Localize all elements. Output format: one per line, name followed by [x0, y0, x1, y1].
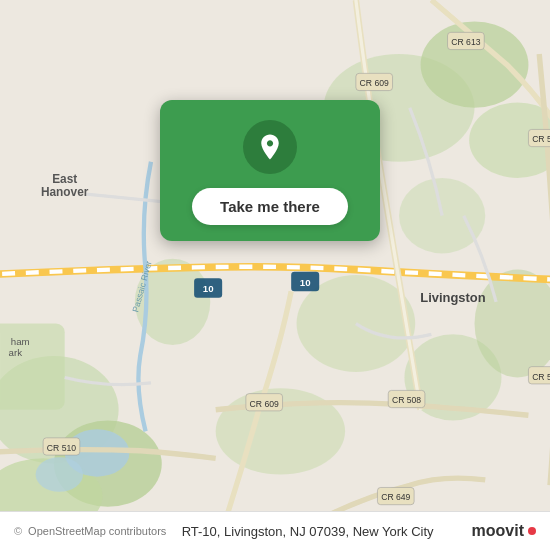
bottom-bar: © OpenStreetMap contributors RT-10, Livi… [0, 511, 550, 550]
svg-point-15 [36, 457, 83, 492]
svg-text:CR 510: CR 510 [47, 443, 76, 453]
svg-text:Livingston: Livingston [420, 290, 485, 305]
svg-text:CR 613: CR 613 [451, 37, 480, 47]
location-card: Take me there [160, 100, 380, 241]
attribution-text: OpenStreetMap contributors [28, 525, 166, 537]
svg-text:Hanover: Hanover [41, 185, 89, 199]
svg-text:CR 508: CR 508 [392, 395, 421, 405]
copyright-icon: © [14, 525, 22, 537]
moovit-text: moovit [472, 522, 524, 540]
svg-text:CR 527: CR 527 [532, 372, 550, 382]
svg-text:10: 10 [203, 283, 214, 294]
svg-text:East: East [52, 172, 77, 186]
address-text: RT-10, Livingston, NJ 07039, New York Ci… [182, 524, 434, 539]
svg-text:ham: ham [11, 336, 30, 347]
map-background: 10 10 CR 609 CR 613 CR 527 CR 527 CR 609… [0, 0, 550, 550]
address-section: © OpenStreetMap contributors RT-10, Livi… [14, 524, 434, 539]
location-pin-icon [243, 120, 297, 174]
svg-rect-4 [0, 324, 65, 410]
svg-text:ark: ark [9, 347, 23, 358]
pin-svg [255, 132, 285, 162]
take-me-there-button[interactable]: Take me there [192, 188, 348, 225]
moovit-logo: moovit [472, 522, 536, 540]
map-container: 10 10 CR 609 CR 613 CR 527 CR 527 CR 609… [0, 0, 550, 550]
svg-text:CR 527: CR 527 [532, 134, 550, 144]
svg-text:CR 649: CR 649 [381, 492, 410, 502]
svg-text:10: 10 [300, 277, 311, 288]
svg-text:CR 609: CR 609 [250, 399, 279, 409]
svg-text:CR 609: CR 609 [360, 78, 389, 88]
moovit-dot-icon [528, 527, 536, 535]
